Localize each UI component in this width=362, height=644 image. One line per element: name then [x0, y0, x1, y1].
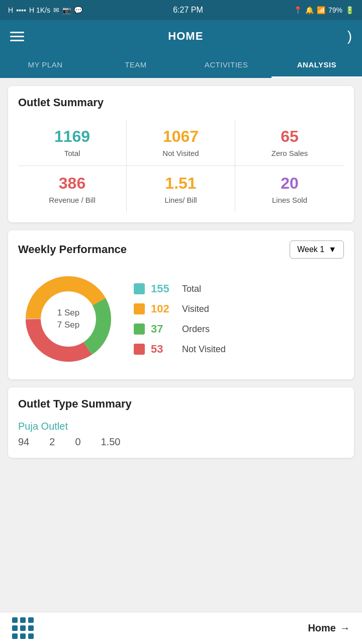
location-icon: 📍	[294, 6, 302, 14]
summary-cell-revenue: 386 Revenue / Bill	[18, 166, 127, 212]
tab-bar: MY PLAN TEAM ACTIVITIES ANALYSIS	[0, 52, 362, 78]
header-title: HOME	[168, 30, 203, 43]
battery-icon: 🔋	[345, 6, 354, 14]
chat-icon: 💬	[74, 6, 82, 14]
donut-center-text: 1 Sep 7 Sep	[57, 307, 79, 331]
lines-bill-label: Lines/ Bill	[131, 196, 231, 204]
header: HOME )	[0, 20, 362, 52]
legend-visited: 102 Visited	[134, 302, 344, 315]
zero-sales-value: 65	[239, 127, 340, 146]
tab-team[interactable]: TEAM	[90, 52, 181, 77]
total-value: 1169	[22, 127, 122, 146]
not-visited-value: 1067	[131, 127, 231, 146]
total-label: Total	[22, 149, 122, 157]
apps-button[interactable]	[12, 617, 32, 639]
zero-sales-label: Zero Sales	[239, 149, 340, 157]
wifi-icon: 📶	[317, 6, 325, 14]
camera-icon: 📷	[62, 6, 71, 14]
home-button[interactable]: Home →	[308, 622, 350, 634]
chevron-down-icon: ▼	[328, 245, 336, 254]
legend-visited-color	[134, 303, 145, 314]
bottom-bar: Home →	[0, 612, 362, 644]
arrow-right-icon: →	[340, 622, 350, 634]
outlet-val-1: 94	[18, 436, 29, 448]
summary-cell-total: 1169 Total	[18, 119, 127, 166]
legend-total-label: Total	[182, 284, 201, 294]
outlet-type-numbers: 94 2 0 1.50	[18, 436, 344, 448]
lines-sold-value: 20	[239, 174, 340, 193]
week-selector-button[interactable]: Week 1 ▼	[290, 240, 344, 259]
legend-total-color	[134, 283, 145, 294]
legend-not-visited-color	[134, 344, 145, 355]
donut-chart: 1 Sep 7 Sep	[18, 269, 119, 369]
chart-section: 1 Sep 7 Sep 155 Total 102 Visited	[18, 269, 344, 369]
legend-not-visited: 53 Not Visited	[134, 343, 344, 356]
tab-activities[interactable]: ACTIVITIES	[181, 52, 272, 77]
revenue-value: 386	[22, 174, 122, 193]
outlet-val-2: 2	[49, 436, 55, 448]
outlet-type-summary-card: Outlet Type Summary Puja Outlet 94 2 0 1…	[8, 387, 354, 458]
legend-visited-label: Visited	[182, 304, 209, 314]
signal-icon: H	[8, 6, 13, 14]
summary-grid: 1169 Total 1067 Not Visited 65 Zero Sale…	[18, 119, 344, 212]
tab-my-plan[interactable]: MY PLAN	[0, 52, 90, 77]
outlet-summary-title: Outlet Summary	[18, 96, 344, 109]
outlet-summary-card: Outlet Summary 1169 Total 1067 Not Visit…	[8, 86, 354, 222]
legend-not-visited-value: 53	[151, 343, 176, 356]
outlet-val-3: 0	[75, 436, 80, 448]
speed-text: H 1K/s	[29, 6, 50, 14]
summary-cell-lines-bill: 1.51 Lines/ Bill	[127, 166, 235, 212]
weekly-performance-card: Weekly Performance Week 1 ▼	[8, 230, 354, 379]
not-visited-label: Not Visited	[131, 149, 231, 157]
summary-cell-not-visited: 1067 Not Visited	[127, 119, 235, 166]
signal-bars: ▪▪▪▪	[16, 6, 26, 14]
weekly-title: Weekly Performance	[18, 243, 127, 256]
status-left: H ▪▪▪▪ H 1K/s ✉ 📷 💬	[8, 6, 82, 14]
weekly-header: Weekly Performance Week 1 ▼	[18, 240, 344, 259]
legend-total: 155 Total	[134, 282, 344, 295]
tab-analysis[interactable]: ANALYSIS	[272, 52, 362, 77]
chart-legend: 155 Total 102 Visited 37 Orders 53 Not V…	[134, 282, 344, 356]
outlet-val-4: 1.50	[101, 436, 121, 448]
home-label: Home	[308, 622, 336, 634]
summary-cell-zero-sales: 65 Zero Sales	[235, 119, 344, 166]
legend-not-visited-label: Not Visited	[182, 344, 226, 355]
legend-orders-value: 37	[151, 323, 176, 336]
legend-orders: 37 Orders	[134, 323, 344, 336]
summary-cell-lines-sold: 20 Lines Sold	[235, 166, 344, 212]
vibrate-icon: 🔔	[305, 6, 314, 14]
lines-sold-label: Lines Sold	[239, 196, 340, 204]
lines-bill-value: 1.51	[131, 174, 231, 193]
revenue-label: Revenue / Bill	[22, 196, 122, 204]
profile-icon[interactable]: )	[347, 28, 352, 44]
date-end: 7 Sep	[57, 320, 79, 330]
outlet-name: Puja Outlet	[18, 421, 344, 432]
date-start: 1 Sep	[57, 308, 79, 317]
status-time: 6:27 PM	[173, 6, 203, 15]
menu-button[interactable]	[10, 32, 24, 41]
email-icon: ✉	[53, 6, 59, 14]
legend-visited-value: 102	[151, 302, 176, 315]
legend-orders-label: Orders	[182, 324, 210, 335]
status-right: 📍 🔔 📶 79% 🔋	[294, 6, 354, 14]
week-selector-label: Week 1	[297, 245, 324, 254]
legend-total-value: 155	[151, 282, 176, 295]
status-bar: H ▪▪▪▪ H 1K/s ✉ 📷 💬 6:27 PM 📍 🔔 📶 79% 🔋	[0, 0, 362, 20]
legend-orders-color	[134, 324, 145, 335]
main-content: Outlet Summary 1169 Total 1067 Not Visit…	[0, 78, 362, 466]
outlet-type-title: Outlet Type Summary	[18, 397, 344, 411]
battery-text: 79%	[328, 6, 342, 14]
